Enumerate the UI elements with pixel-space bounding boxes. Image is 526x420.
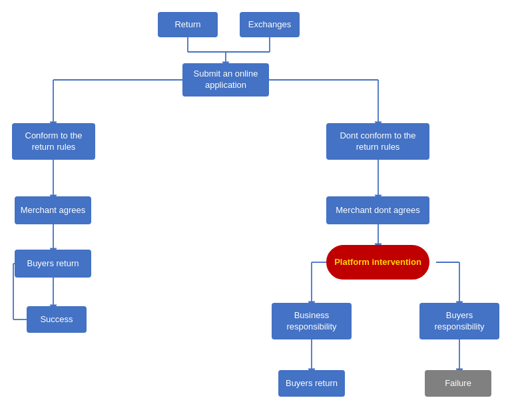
flowchart-diagram: Return Exchanges Submit an online applic…: [0, 0, 526, 420]
buyers-return-left-node: Buyers return: [15, 250, 91, 278]
conform-node: Conform to the return rules: [12, 123, 95, 160]
submit-node: Submit an online application: [182, 63, 269, 97]
dont-conform-node: Dont conform to the return rules: [326, 123, 429, 160]
merchant-dont-node: Merchant dont agrees: [326, 196, 429, 224]
success-node: Success: [27, 306, 87, 333]
return-node: Return: [158, 12, 218, 37]
failure-node: Failure: [425, 370, 491, 397]
exchanges-node: Exchanges: [240, 12, 300, 37]
merchant-agrees-node: Merchant agrees: [15, 196, 91, 224]
buyers-return-mid-node: Buyers return: [278, 370, 345, 397]
buyers-resp-node: Buyers responsibility: [419, 303, 499, 339]
business-resp-node: Business responsibility: [272, 303, 352, 339]
platform-intervention-node: Platform intervention: [326, 245, 429, 280]
